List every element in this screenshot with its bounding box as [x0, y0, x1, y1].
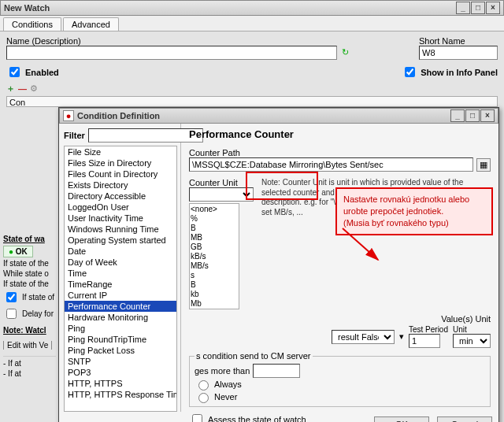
- filter-item[interactable]: Windows Running Time: [65, 224, 176, 235]
- unit-col-label: Unit: [453, 325, 491, 334]
- filter-item[interactable]: Ping: [65, 323, 176, 334]
- filter-item[interactable]: TimeRange: [65, 279, 176, 290]
- unit-item[interactable]: b/s: [191, 309, 238, 309]
- filter-item[interactable]: Current IP: [65, 290, 176, 301]
- if-state-line-1: If state of the: [3, 259, 56, 268]
- outer-tabrow: Conditions Advanced: [0, 16, 504, 31]
- tab-conditions[interactable]: Conditions: [3, 17, 61, 31]
- always-radio[interactable]: [198, 380, 209, 391]
- maximize-icon[interactable]: □: [471, 2, 485, 14]
- filter-item[interactable]: Exists Directory: [65, 180, 176, 191]
- state-heading: State of wa: [3, 235, 56, 243]
- outer-title: New Watch: [4, 3, 456, 13]
- filter-item[interactable]: LoggedOn User: [65, 202, 176, 213]
- counter-unit-select[interactable]: [189, 187, 254, 202]
- enabled-label: Enabled: [25, 68, 59, 77]
- minimize-icon[interactable]: _: [456, 2, 470, 14]
- cond-maximize-icon[interactable]: □: [465, 109, 480, 122]
- test-period-unit-select[interactable]: min: [453, 334, 491, 348]
- filter-list[interactable]: File SizeFiles Size in DirectoryFiles Co…: [64, 146, 177, 412]
- test-period-label: Test Period: [409, 325, 448, 334]
- add-icon[interactable]: ＋: [6, 83, 15, 94]
- tab-advanced[interactable]: Advanced: [63, 17, 119, 31]
- test-period-input[interactable]: [409, 334, 440, 348]
- short-name-label: Short Name: [419, 36, 498, 46]
- filter-item[interactable]: HTTP, HTTPS: [65, 378, 176, 389]
- condition-dialog: ● Condition Definition _ □ × Filter File…: [58, 107, 499, 422]
- ok-button[interactable]: OK: [374, 416, 429, 422]
- unit-item[interactable]: kB/s: [191, 252, 238, 261]
- perf-counter-heading: Performance Counter: [189, 128, 491, 140]
- callout-line-2: urobte prepočet jednotiek.: [343, 205, 485, 217]
- callout-line-3: (Musia byť rovnakého typu): [343, 217, 485, 229]
- filter-item[interactable]: POP3: [65, 367, 176, 378]
- filter-item[interactable]: Ping Packet Loss: [65, 345, 176, 356]
- filter-item[interactable]: Performance Counter: [65, 301, 176, 312]
- unit-item[interactable]: MB: [191, 233, 238, 242]
- filter-item[interactable]: User Inactivity Time: [65, 213, 176, 224]
- unit-item[interactable]: GB: [191, 242, 238, 252]
- footer-2: - If at: [3, 369, 56, 378]
- filter-item[interactable]: Time: [65, 268, 176, 279]
- name-label: Name (Description): [6, 36, 337, 46]
- unit-item[interactable]: Mb: [191, 299, 238, 309]
- browse-icon[interactable]: ▦: [476, 158, 491, 172]
- unit-item[interactable]: B: [191, 224, 238, 233]
- remove-icon[interactable]: —: [18, 84, 27, 94]
- cond-close-icon[interactable]: ×: [480, 109, 495, 122]
- note-label: Note: Watcl: [3, 326, 46, 335]
- unit-item[interactable]: %: [191, 214, 238, 224]
- delay-checkbox[interactable]: [6, 309, 17, 319]
- value-unit-label: Value(s) Unit: [441, 314, 491, 324]
- counter-unit-label: Counter Unit: [189, 178, 257, 187]
- send-cm-legend: s condition send to CM server: [195, 351, 313, 361]
- counter-path-input[interactable]: [189, 157, 473, 172]
- filter-item[interactable]: File Size: [65, 146, 176, 157]
- show-info-checkbox[interactable]: [405, 67, 415, 77]
- show-info-label: Show in Info Panel: [421, 68, 498, 77]
- name-input[interactable]: [6, 46, 337, 60]
- cancel-button[interactable]: Cancel: [437, 416, 492, 422]
- unit-item[interactable]: s: [191, 271, 238, 280]
- unit-item[interactable]: B: [191, 280, 238, 290]
- changes-input[interactable]: [253, 364, 300, 378]
- assess-checkbox[interactable]: [192, 414, 202, 422]
- filter-item[interactable]: Date: [65, 246, 176, 257]
- filter-item[interactable]: Ping RoundTripTime: [65, 334, 176, 345]
- filter-item[interactable]: Hardware Monitoring: [65, 312, 176, 323]
- counter-path-label: Counter Path: [189, 148, 491, 157]
- filter-item[interactable]: Files Size in Directory: [65, 157, 176, 168]
- filter-item[interactable]: Files Count in Directory: [65, 168, 176, 180]
- filter-label: Filter: [64, 131, 85, 140]
- filter-item[interactable]: Directory Accessible: [65, 191, 176, 202]
- close-icon[interactable]: ×: [486, 2, 500, 14]
- if-state-line-2: If state of the: [3, 279, 56, 288]
- callout-box: Nastavte rovnakú jednotku alebo urobte p…: [335, 187, 493, 235]
- filter-item[interactable]: HTTP, HTTPS Response Time: [65, 389, 176, 400]
- enabled-checkbox[interactable]: [9, 67, 20, 77]
- callout-line-1: Nastavte rovnakú jednotku alebo: [343, 194, 485, 205]
- edit-button[interactable]: Edit with Ve: [3, 341, 52, 350]
- unit-item[interactable]: <none>: [191, 205, 238, 214]
- assess-label: Assess the state of watch: [208, 415, 306, 423]
- changes-label: ges more than: [195, 366, 250, 376]
- short-name-input[interactable]: [419, 46, 498, 60]
- unit-item[interactable]: MB/s: [191, 261, 238, 271]
- unit-list[interactable]: <none>%BMBGBkB/sMB/ssBkbMbb/skb/sMB/ssms: [189, 203, 239, 309]
- never-radio[interactable]: [198, 393, 209, 403]
- while-state-line: While state o: [3, 269, 56, 278]
- unit-item[interactable]: kb: [191, 290, 238, 299]
- cond-minimize-icon[interactable]: _: [450, 109, 465, 122]
- result-select[interactable]: result False: [332, 330, 395, 344]
- filter-item[interactable]: Day of Week: [65, 257, 176, 268]
- send-cm-group: s condition send to CM server ges more t…: [189, 351, 491, 407]
- filter-item[interactable]: SNTP: [65, 356, 176, 367]
- result-dropdown-icon[interactable]: ▾: [399, 331, 404, 342]
- settings-icon[interactable]: ⚙: [30, 83, 38, 94]
- filter-item[interactable]: Operating System started: [65, 235, 176, 246]
- refresh-icon[interactable]: ↻: [342, 47, 353, 58]
- if-state-checkbox[interactable]: [6, 292, 17, 302]
- dialog-icon: ●: [63, 110, 74, 121]
- cond-title: Condition Definition: [77, 111, 450, 120]
- state-ok: OK: [16, 247, 28, 256]
